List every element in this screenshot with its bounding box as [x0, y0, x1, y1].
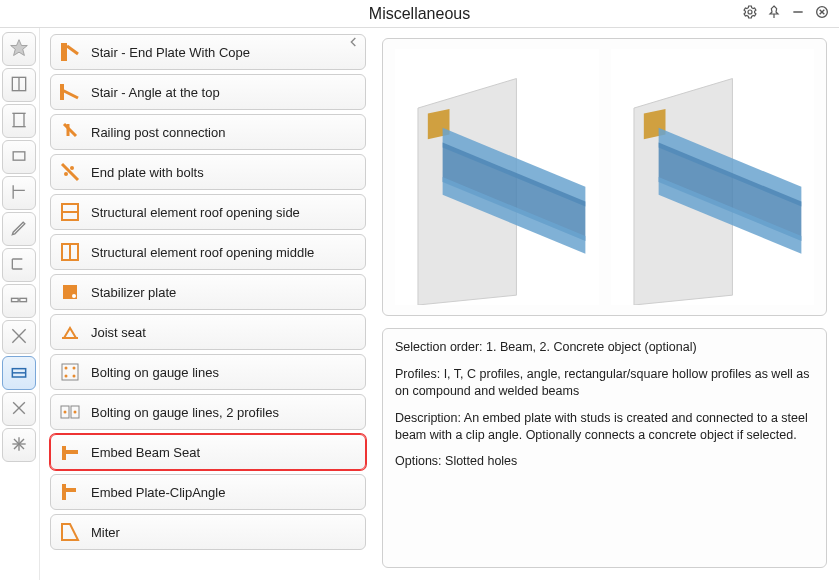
- channel-icon: [9, 254, 29, 277]
- minimize-icon: [790, 4, 806, 23]
- pin-button[interactable]: [763, 3, 785, 25]
- roof-side-icon: [57, 199, 83, 225]
- railing-post-icon: [57, 119, 83, 145]
- profiles-text: I, T, C profiles, angle, rectangular/squ…: [395, 367, 810, 398]
- settings-button[interactable]: [739, 3, 761, 25]
- svg-point-45: [64, 411, 67, 414]
- list-item[interactable]: Miter: [50, 514, 366, 550]
- stair-endplate-icon: [57, 39, 83, 65]
- tools-icon: [9, 398, 29, 421]
- close-button[interactable]: [811, 3, 833, 25]
- connection-list: Stair - End Plate With Cope Stair - Angl…: [40, 28, 372, 580]
- options-text: Slotted holes: [445, 454, 517, 468]
- svg-point-30: [64, 172, 68, 176]
- sidebar-item-splice[interactable]: [2, 284, 36, 318]
- list-item-label: Embed Beam Seat: [91, 445, 200, 460]
- options-label: Options:: [395, 454, 442, 468]
- list-item-label: Stair - End Plate With Cope: [91, 45, 250, 60]
- sidebar-item-tools[interactable]: [2, 392, 36, 426]
- list-item-label: Embed Plate-ClipAngle: [91, 485, 225, 500]
- joist-seat-icon: [57, 319, 83, 345]
- list-item[interactable]: Stair - Angle at the top: [50, 74, 366, 110]
- list-item-label: Miter: [91, 525, 120, 540]
- svg-rect-50: [66, 488, 76, 492]
- list-item[interactable]: Bolting on gauge lines, 2 profiles: [50, 394, 366, 430]
- list-item-label: End plate with bolts: [91, 165, 204, 180]
- sidebar-item-pencil[interactable]: [2, 212, 36, 246]
- svg-point-46: [74, 411, 77, 414]
- list-item[interactable]: Railing post connection: [50, 114, 366, 150]
- endplate-bolts-icon: [57, 159, 83, 185]
- svg-rect-14: [20, 298, 27, 301]
- svg-rect-49: [62, 484, 66, 500]
- embed-beamseat-icon: [57, 439, 83, 465]
- beam-icon: [9, 110, 29, 133]
- window-title: Miscellaneous: [369, 5, 470, 23]
- description-label: Description:: [395, 411, 461, 425]
- sidebar-item-channel[interactable]: [2, 248, 36, 282]
- svg-line-29: [62, 164, 78, 180]
- window-header: Miscellaneous: [0, 0, 839, 28]
- detail-pane: Selection order: 1. Beam, 2. Concrete ob…: [372, 28, 839, 580]
- stair-angle-icon: [57, 79, 83, 105]
- chevron-left-icon: [346, 38, 362, 53]
- plate-icon: [9, 146, 29, 169]
- list-item-label: Joist seat: [91, 325, 146, 340]
- sidebar-item-other[interactable]: [2, 428, 36, 462]
- sidebar-item-brace[interactable]: [2, 320, 36, 354]
- list-item[interactable]: Embed Beam Seat: [50, 434, 366, 470]
- svg-point-41: [65, 375, 68, 378]
- list-item[interactable]: Stabilizer plate: [50, 274, 366, 310]
- list-item-label: Bolting on gauge lines: [91, 365, 219, 380]
- svg-rect-48: [66, 450, 78, 454]
- pin-icon: [766, 4, 782, 23]
- star-icon: [9, 38, 29, 61]
- bolting-gauge-icon: [57, 359, 83, 385]
- svg-rect-12: [13, 151, 25, 159]
- list-item[interactable]: Joist seat: [50, 314, 366, 350]
- sidebar-item-beam[interactable]: [2, 104, 36, 138]
- svg-point-31: [70, 166, 74, 170]
- sidebar-item-frame[interactable]: [2, 68, 36, 102]
- svg-rect-47: [62, 446, 66, 460]
- minimize-button[interactable]: [787, 3, 809, 25]
- bracket-icon: [9, 182, 29, 205]
- misc-icon: [9, 362, 29, 385]
- list-item-label: Stair - Angle at the top: [91, 85, 220, 100]
- list-item[interactable]: Structural element roof opening side: [50, 194, 366, 230]
- preview-image-2: [611, 49, 815, 305]
- splice-icon: [9, 290, 29, 313]
- preview-image-1: [395, 49, 599, 305]
- embed-clipangle-icon: [57, 479, 83, 505]
- svg-line-26: [67, 46, 78, 54]
- bolting-gauge2-icon: [57, 399, 83, 425]
- svg-rect-38: [62, 364, 78, 380]
- stabilizer-icon: [57, 279, 83, 305]
- preview-panel: [382, 38, 827, 316]
- profiles-label: Profiles:: [395, 367, 440, 381]
- sidebar-item-miscellaneous[interactable]: [2, 356, 36, 390]
- gear-icon: [742, 4, 758, 23]
- pencil-icon: [9, 218, 29, 241]
- svg-point-39: [65, 367, 68, 370]
- asterisk-icon: [9, 434, 29, 457]
- sidebar-item-favorites[interactable]: [2, 32, 36, 66]
- svg-point-0: [748, 10, 752, 14]
- sidebar-item-bracket[interactable]: [2, 176, 36, 210]
- sidebar-item-plate[interactable]: [2, 140, 36, 174]
- category-sidebar: [0, 28, 40, 580]
- close-icon: [814, 4, 830, 23]
- list-item[interactable]: Structural element roof opening middle: [50, 234, 366, 270]
- list-item-label: Bolting on gauge lines, 2 profiles: [91, 405, 279, 420]
- frame-icon: [9, 74, 29, 97]
- list-item[interactable]: Bolting on gauge lines: [50, 354, 366, 390]
- collapse-button[interactable]: [346, 34, 362, 50]
- svg-rect-25: [61, 43, 67, 61]
- svg-point-42: [73, 375, 76, 378]
- list-item-label: Structural element roof opening side: [91, 205, 300, 220]
- list-item[interactable]: End plate with bolts: [50, 154, 366, 190]
- list-item[interactable]: Stair - End Plate With Cope: [50, 34, 366, 70]
- selection-order-text: 1. Beam, 2. Concrete object (optional): [486, 340, 697, 354]
- list-item[interactable]: Embed Plate-ClipAngle: [50, 474, 366, 510]
- svg-marker-5: [11, 39, 28, 55]
